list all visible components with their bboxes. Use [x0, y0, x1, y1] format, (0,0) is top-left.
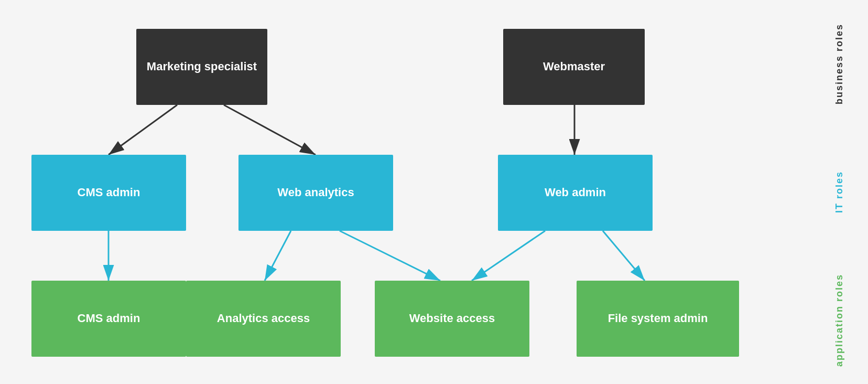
web-admin-box: Web admin — [498, 155, 653, 231]
web-analytics-label: Web analytics — [277, 185, 354, 200]
webmaster-box: Webmaster — [503, 29, 645, 105]
marketing-specialist-label: Marketing specialist — [147, 59, 257, 74]
svg-line-2 — [108, 105, 177, 155]
website-access-label: Website access — [409, 311, 495, 326]
svg-line-3 — [224, 105, 316, 155]
side-labels: business roles IT roles application role… — [816, 0, 863, 384]
svg-line-6 — [265, 231, 291, 281]
cms-admin-it-box: CMS admin — [31, 155, 186, 231]
cms-admin-app-box: CMS admin — [31, 281, 186, 357]
svg-line-7 — [340, 231, 440, 281]
marketing-specialist-box: Marketing specialist — [136, 29, 267, 105]
website-access-box: Website access — [375, 281, 529, 357]
web-analytics-box: Web analytics — [238, 155, 393, 231]
webmaster-label: Webmaster — [543, 59, 605, 74]
file-system-admin-label: File system admin — [608, 311, 708, 326]
analytics-access-label: Analytics access — [217, 311, 310, 326]
diagram-container: Marketing specialist Webmaster CMS admin… — [0, 0, 816, 384]
file-system-admin-box: File system admin — [577, 281, 739, 357]
svg-line-9 — [603, 231, 645, 281]
application-roles-label: application roles — [816, 256, 863, 384]
svg-line-8 — [472, 231, 545, 281]
cms-admin-it-label: CMS admin — [78, 185, 140, 200]
it-roles-label: IT roles — [816, 128, 863, 256]
analytics-access-box: Analytics access — [186, 281, 341, 357]
business-roles-label: business roles — [816, 0, 863, 128]
cms-admin-app-label: CMS admin — [78, 311, 140, 326]
web-admin-label: Web admin — [545, 185, 606, 200]
